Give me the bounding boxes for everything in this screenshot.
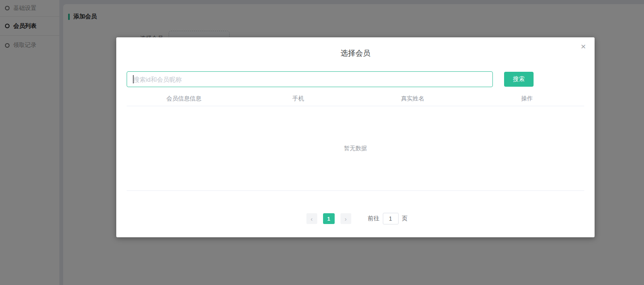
table-empty-placeholder: 暂无数据 <box>127 106 584 191</box>
text-caret <box>133 75 134 83</box>
dialog-body: 搜索 会员信息信息 手机 真实姓名 操作 暂无数据 ‹ 1 › <box>116 71 595 224</box>
chevron-left-icon: ‹ <box>311 215 313 222</box>
column-header-actions: 操作 <box>470 95 585 102</box>
column-header-member-info: 会员信息信息 <box>127 95 241 102</box>
search-input-wrapper <box>127 71 493 87</box>
chevron-right-icon: › <box>345 215 347 222</box>
member-table: 会员信息信息 手机 真实姓名 操作 暂无数据 <box>127 91 584 191</box>
close-icon[interactable]: × <box>577 40 590 52</box>
dialog-title: 选择会员 <box>116 48 595 58</box>
table-header-row: 会员信息信息 手机 真实姓名 操作 <box>127 91 584 106</box>
search-button[interactable]: 搜索 <box>504 72 534 87</box>
pagination: ‹ 1 › 前往 页 <box>127 213 584 224</box>
page-number-button[interactable]: 1 <box>323 213 335 224</box>
page-unit-label: 页 <box>402 215 408 222</box>
app-window: 基础设置 会员列表 领取记录 添加会员 选择会员 × 选择会员 <box>0 0 644 285</box>
goto-page-input[interactable] <box>383 213 399 224</box>
goto-label: 前往 <box>368 215 380 222</box>
column-header-phone: 手机 <box>241 95 356 102</box>
prev-page-button[interactable]: ‹ <box>306 213 317 224</box>
search-input[interactable] <box>127 71 493 87</box>
select-member-dialog: × 选择会员 搜索 会员信息信息 手机 真实姓名 操作 暂无数据 <box>116 37 595 237</box>
next-page-button[interactable]: › <box>340 213 351 224</box>
search-row: 搜索 <box>127 71 584 87</box>
column-header-real-name: 真实姓名 <box>355 95 470 102</box>
goto-page-group: 前往 页 <box>368 213 408 224</box>
